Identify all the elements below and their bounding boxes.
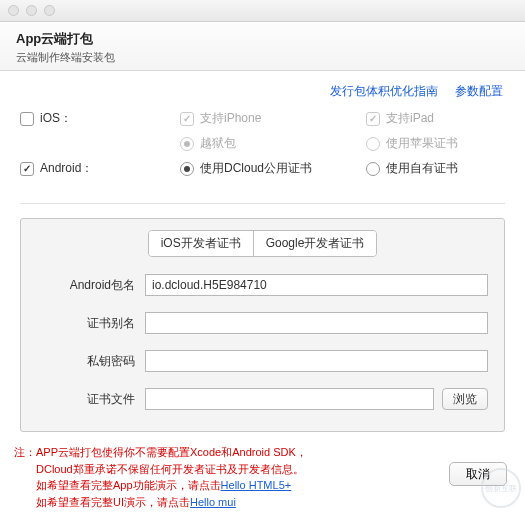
dialog-header: App云端打包 云端制作终端安装包 — [0, 22, 525, 71]
note-line4: 如希望查看完整UI演示，请点击 — [36, 496, 190, 508]
input-android-package[interactable] — [145, 274, 488, 296]
dialog-title: App云端打包 — [16, 30, 509, 48]
label-own-cert: 使用自有证书 — [386, 160, 458, 177]
footer: 注：APP云端打包使得你不需要配置Xcode和Android SDK， 注：DC… — [0, 434, 525, 518]
traffic-light-minimize[interactable] — [26, 5, 37, 16]
radio-apple-cert — [366, 137, 380, 151]
note-prefix: 注： — [14, 446, 36, 458]
link-hello-mui[interactable]: Hello mui — [190, 496, 236, 508]
cancel-button[interactable]: 取消 — [449, 462, 507, 486]
footer-note: 注：APP云端打包使得你不需要配置Xcode和Android SDK， 注：DC… — [8, 444, 441, 510]
radio-dcloud-cert[interactable] — [180, 162, 194, 176]
note-line2: DCloud郑重承诺不保留任何开发者证书及开发者信息。 — [36, 463, 304, 475]
platform-options: iOS： 支持iPhone 支持iPad 越狱包 使用苹果证书 Android： — [0, 108, 525, 197]
label-android: Android： — [40, 160, 93, 177]
tab-ios-cert[interactable]: iOS开发者证书 — [149, 231, 253, 256]
radio-own-cert[interactable] — [366, 162, 380, 176]
checkbox-iphone — [180, 112, 194, 126]
label-ipad: 支持iPad — [386, 110, 434, 127]
tab-google-cert[interactable]: Google开发者证书 — [253, 231, 377, 256]
link-hello-html5[interactable]: Hello HTML5+ — [221, 479, 292, 491]
dialog-subtitle: 云端制作终端安装包 — [16, 50, 509, 65]
input-cert-alias[interactable] — [145, 312, 488, 334]
label-cert-file: 证书文件 — [37, 391, 145, 408]
label-key-password: 私钥密码 — [37, 353, 145, 370]
browse-button[interactable]: 浏览 — [442, 388, 488, 410]
separator — [20, 203, 505, 204]
label-android-package: Android包名 — [37, 277, 145, 294]
traffic-light-close[interactable] — [8, 5, 19, 16]
cert-tabs: iOS开发者证书 Google开发者证书 — [148, 230, 378, 257]
cert-form-panel: iOS开发者证书 Google开发者证书 Android包名 证书别名 私钥密码… — [20, 218, 505, 432]
traffic-light-zoom[interactable] — [44, 5, 55, 16]
checkbox-android[interactable] — [20, 162, 34, 176]
radio-jailbreak — [180, 137, 194, 151]
label-ios: iOS： — [40, 110, 72, 127]
window-titlebar — [0, 0, 525, 22]
label-cert-alias: 证书别名 — [37, 315, 145, 332]
note-line1: APP云端打包使得你不需要配置Xcode和Android SDK， — [36, 446, 307, 458]
top-links: 发行包体积优化指南 参数配置 — [0, 71, 525, 108]
label-dcloud-cert: 使用DCloud公用证书 — [200, 160, 312, 177]
checkbox-ios[interactable] — [20, 112, 34, 126]
note-line3: 如希望查看完整App功能演示，请点击 — [36, 479, 221, 491]
link-param-config[interactable]: 参数配置 — [455, 84, 503, 98]
label-apple-cert: 使用苹果证书 — [386, 135, 458, 152]
label-jailbreak: 越狱包 — [200, 135, 236, 152]
label-iphone: 支持iPhone — [200, 110, 261, 127]
input-cert-file[interactable] — [145, 388, 434, 410]
checkbox-ipad — [366, 112, 380, 126]
link-size-guide[interactable]: 发行包体积优化指南 — [330, 84, 438, 98]
input-key-password[interactable] — [145, 350, 488, 372]
